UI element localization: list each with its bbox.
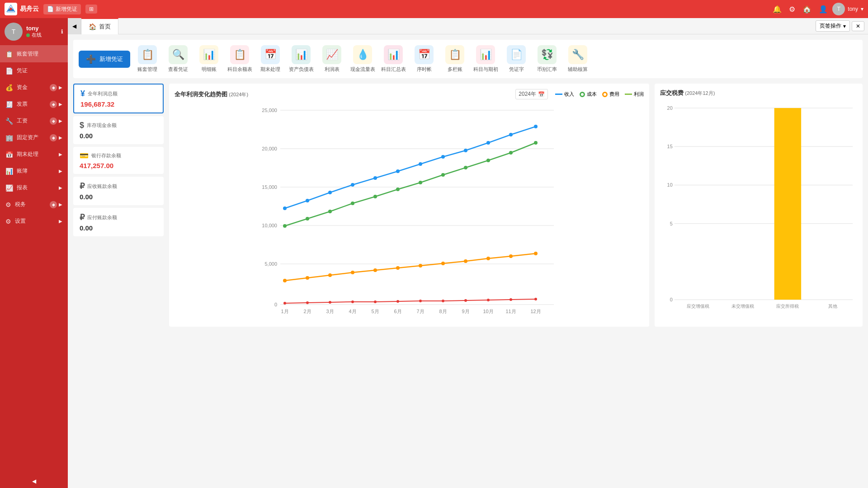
svg-text:0: 0 [274,302,277,307]
qa-multi-column[interactable]: 📋 多栏账 [441,45,468,73]
svg-point-56 [441,262,445,265]
new-voucher-quick-btn[interactable]: ➕ 新增凭证 [79,51,130,68]
invoice-icon: 🧾 [5,101,13,108]
svg-text:应交增值税: 应交增值税 [687,304,709,309]
notification-icon[interactable]: 🔔 [773,5,782,14]
tab-actions-btn[interactable]: 页签操作 ▾ [816,20,850,32]
qa-subject-period[interactable]: 📊 科目与期初 [472,45,499,73]
stat-bank[interactable]: 💳 银行存款余额 417,257.00 [73,147,164,174]
legend-cost: 成本 [580,91,597,98]
main-content: ◀ 🏠 首页 页签操作 ▾ ✕ ➕ [68,18,868,488]
reports-label: 报表 [17,184,28,192]
tab-close-btn[interactable]: ✕ [852,21,864,31]
qa-period-icon: 📅 [261,45,280,64]
qa-auxiliary[interactable]: 🔧 辅助核算 [564,45,591,73]
reports-arrow: ▶ [59,185,62,190]
qa-accounts-mgmt[interactable]: 📋 账套管理 [134,45,161,73]
username: tony [848,6,858,12]
diamond-badge3: ◆ [50,117,57,125]
settings-arrow: ▶ [59,219,62,224]
sidebar-avatar: T [5,23,23,41]
qa-cash-icon: 💧 [353,45,372,64]
qa-view-voucher[interactable]: 🔍 查看凭证 [165,45,192,73]
stat-receivable[interactable]: ₽ 应收账款余额 0.00 [73,177,164,205]
profit-chart-header: 全年利润变化趋势图 (2024年) 2024年 📅 收入 [175,89,644,99]
stat-bank-label: 💳 银行存款余额 [80,151,157,160]
tax-chart-panel: 应交税费 (2024年12月) 20 15 10 [655,84,863,327]
sidebar-item-reports[interactable]: 📈 报表 ▶ [0,179,68,196]
salary-label: 工资 [17,117,28,125]
sidebar-item-accounts[interactable]: 📋 账套管理 [0,46,68,62]
svg-point-0 [9,8,12,10]
svg-text:2月: 2月 [303,309,311,314]
qa-currency-rate[interactable]: 💱 币别汇率 [533,45,561,73]
sidebar-item-settings[interactable]: ⚙ 设置 ▶ [0,213,68,230]
tab-home[interactable]: 🏠 首页 [81,18,118,34]
sidebar-item-assets[interactable]: 💰 资金 ◆ ▶ [0,79,68,96]
tax-svg: 20 15 10 5 0 [660,101,857,318]
qa-cash-label: 现金流量表 [350,66,375,73]
stats-panel: ¥ 全年利润总额 196,687.32 $ 库存现金余额 0.00 [73,84,164,327]
qa-cash-flow[interactable]: 💧 现金流量表 [349,45,376,73]
sidebar-item-voucher[interactable]: 📄 凭证 [0,62,68,79]
expand-arrow2: ▶ [59,102,62,107]
qa-subject-total[interactable]: 📊 科目汇总表 [380,45,407,73]
stat-cash[interactable]: $ 库存现金余额 0.00 [73,116,164,144]
svg-point-34 [486,141,490,145]
settings-icon[interactable]: ⚙ [789,5,795,14]
stat-profit-value: 196,687.32 [80,100,156,108]
svg-point-45 [464,166,467,169]
tax-arrow: ▶ [59,202,62,207]
tab-actions-dropdown-icon: ▾ [843,23,846,29]
sidebar-item-fixed-assets[interactable]: 🏢 固定资产 ◆ ▶ [0,129,68,146]
svg-text:25,000: 25,000 [262,108,277,113]
qa-profit-table[interactable]: 📈 利润表 [318,45,345,73]
stat-profit[interactable]: ¥ 全年利润总额 196,687.32 [73,84,164,113]
assets-label: 资金 [17,84,28,91]
stat-payable-label: ₽ 应付账款余额 [80,212,157,222]
svg-point-25 [283,206,287,210]
fixed-icon: 🏢 [5,134,13,141]
qa-schedule[interactable]: 📅 序时帐 [410,45,438,73]
sidebar-item-salary[interactable]: 🔧 工资 ◆ ▶ [0,113,68,129]
qa-asset-liability[interactable]: 📊 资产负债表 [288,45,315,73]
qa-voucher-word-label: 凭证字 [509,66,524,73]
new-voucher-btn[interactable]: 📄 新增凭证 [43,4,81,14]
sidebar-item-period[interactable]: 📅 期末处理 ▶ [0,146,68,163]
svg-text:10月: 10月 [483,309,493,314]
svg-text:3月: 3月 [326,309,334,314]
user-icon[interactable]: 👤 [819,5,828,14]
qa-multi-icon: 📋 [445,45,464,64]
grid-btn[interactable]: ⊞ [85,5,97,14]
stat-profit-label: ¥ 全年利润总额 [80,89,156,99]
year-selector[interactable]: 2024年 📅 [515,89,548,99]
info-icon[interactable]: ℹ [61,28,63,35]
stat-payable[interactable]: ₽ 应付账款余额 0.00 [73,208,164,236]
stat-cash-value: 0.00 [80,132,157,140]
qa-detail-icon: 📊 [199,45,218,64]
svg-point-26 [306,199,309,202]
sidebar-item-ledger[interactable]: 📊 账簿 ▶ [0,163,68,179]
page-content: ➕ 新增凭证 📋 账套管理 🔍 查看凭证 📊 明细账 📋 科目余额 [68,34,868,488]
svg-text:20,000: 20,000 [262,146,277,151]
svg-point-63 [329,301,331,304]
qa-period-end[interactable]: 📅 期末处理 [257,45,284,73]
svg-point-29 [373,176,377,180]
quick-actions: ➕ 新增凭证 📋 账套管理 🔍 查看凭证 📊 明细账 📋 科目余额 [73,40,863,78]
topbar-user[interactable]: T tony ▾ [832,3,863,15]
sidebar-item-tax[interactable]: ⚙ 税务 ◆ ▶ [0,196,68,213]
qa-subject-balance[interactable]: 📋 科目余额表 [226,45,253,73]
sidebar-item-invoice[interactable]: 🧾 发票 ◆ ▶ [0,96,68,113]
tab-collapse-btn[interactable]: ◀ [68,18,81,34]
svg-point-35 [509,133,513,136]
qa-detail-account[interactable]: 📊 明细账 [195,45,222,73]
home-icon[interactable]: 🏠 [802,5,811,14]
accounts-label: 账套管理 [17,50,38,58]
sidebar-collapse-btn[interactable]: ◀ [0,474,68,488]
qa-profit-icon: 📈 [322,45,341,64]
qa-schedule-icon: 📅 [415,45,434,64]
svg-point-69 [464,299,467,302]
settings-label: 设置 [15,217,26,225]
qa-voucher-word[interactable]: 📄 凭证字 [503,45,530,73]
svg-point-30 [396,169,400,173]
